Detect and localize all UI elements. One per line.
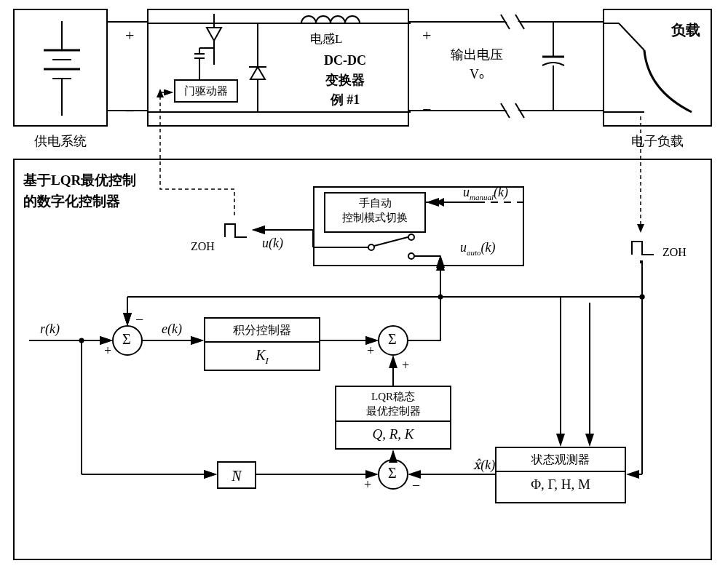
integral-title: 积分控制器 bbox=[205, 319, 319, 338]
controller-title-l2: 的数字化控制器 bbox=[23, 194, 120, 209]
e-label: e(k) bbox=[162, 322, 182, 337]
gate-driver-box: 门驱动器 bbox=[174, 79, 238, 103]
svg-line-25 bbox=[501, 15, 510, 29]
vout-l1: 输出电压 bbox=[451, 47, 503, 62]
umanual-label: umanual(k) bbox=[463, 185, 508, 202]
rail-minus-left: − bbox=[125, 102, 134, 121]
sum3-plus: + bbox=[364, 477, 371, 493]
observer-title2: 状态观测器 bbox=[496, 448, 625, 468]
xhat-label: x̂(k) bbox=[473, 457, 495, 473]
integral-controller-box: 积分控制器 KI bbox=[204, 317, 320, 371]
mode-switch-box: 手自动 控制模式切换 bbox=[324, 192, 426, 233]
svg-line-26 bbox=[515, 15, 524, 29]
observer-params2: Φ, Γ, H, M bbox=[531, 477, 590, 492]
vout-l2: Vₒ bbox=[470, 67, 484, 81]
nbar-label: ‾N bbox=[232, 468, 241, 484]
svg-line-34 bbox=[619, 23, 644, 50]
lqr-title-l2: 最优控制器 bbox=[336, 404, 450, 419]
sum1-minus: − bbox=[135, 311, 143, 328]
nbar-box: ‾N bbox=[217, 461, 256, 489]
sum1-sigma: Σ bbox=[122, 331, 131, 348]
lqr-title-l1: LQR稳态 bbox=[336, 387, 450, 404]
r-label: r(k) bbox=[40, 322, 60, 337]
vout-minus: − bbox=[422, 100, 431, 119]
vout-label: 输出电压 Vₒ bbox=[440, 45, 513, 84]
zoh-right-label: ZOH bbox=[662, 246, 687, 259]
svg-marker-16 bbox=[250, 67, 265, 79]
sum2-sigma: Σ bbox=[388, 331, 397, 348]
sum2-plus2: + bbox=[402, 358, 409, 373]
gate-driver-label: 门驱动器 bbox=[175, 81, 237, 99]
controller-title-l1: 基于LQR最优控制 bbox=[23, 172, 136, 188]
zoh-left-icon bbox=[221, 215, 251, 243]
sum3-minus: − bbox=[412, 477, 420, 494]
observer-box-fix: 状态观测器 Φ, Γ, H, M bbox=[495, 447, 626, 503]
svg-line-29 bbox=[515, 103, 524, 118]
u-label: u(k) bbox=[262, 236, 283, 251]
sum1-plus: + bbox=[104, 343, 111, 359]
power-supply-block bbox=[13, 9, 108, 127]
svg-line-28 bbox=[501, 103, 510, 118]
mode-switch-l1: 手自动 bbox=[325, 194, 424, 211]
dcdc-title-l2: 变换器 bbox=[325, 73, 365, 87]
power-supply-caption: 供电系统 bbox=[13, 132, 108, 150]
load-block: 负载 bbox=[603, 9, 712, 127]
sum3-sigma: Σ bbox=[388, 465, 397, 482]
load-curve-icon bbox=[604, 10, 713, 128]
svg-line-27 bbox=[505, 105, 521, 116]
battery-icon bbox=[15, 10, 109, 128]
rail-plus-left: + bbox=[125, 26, 134, 45]
svg-marker-8 bbox=[207, 28, 221, 41]
zoh-left-label: ZOH bbox=[191, 240, 215, 253]
y-label: y(k) bbox=[615, 332, 636, 347]
sum2-plus1: + bbox=[367, 343, 374, 359]
dcdc-title: DC-DC 变换器 例 #1 bbox=[294, 51, 396, 110]
inductor-label: 电感L bbox=[310, 31, 342, 47]
zoh-right-symbol bbox=[628, 233, 658, 260]
dcdc-title-l3: 例 #1 bbox=[331, 92, 360, 107]
lqr-controller-box: LQR稳态 最优控制器 Q, R, K bbox=[335, 386, 451, 450]
vout-plus: + bbox=[422, 26, 431, 45]
zoh-left-symbol bbox=[221, 215, 251, 243]
controller-title: 基于LQR最优控制 的数字化控制器 bbox=[23, 170, 136, 212]
integral-param: KI bbox=[256, 347, 269, 363]
mode-switch-l2: 控制模式切换 bbox=[325, 211, 424, 226]
svg-line-24 bbox=[505, 16, 521, 28]
eload-caption: 电子负载 bbox=[603, 132, 712, 150]
dcdc-block: 门驱动器 电感L DC-DC 变换器 例 #1 bbox=[147, 9, 409, 127]
dcdc-title-l1: DC-DC bbox=[324, 53, 366, 68]
uauto-label: uauto(k) bbox=[460, 240, 496, 257]
lqr-params: Q, R, K bbox=[373, 426, 414, 442]
zoh-right-icon bbox=[628, 233, 658, 260]
